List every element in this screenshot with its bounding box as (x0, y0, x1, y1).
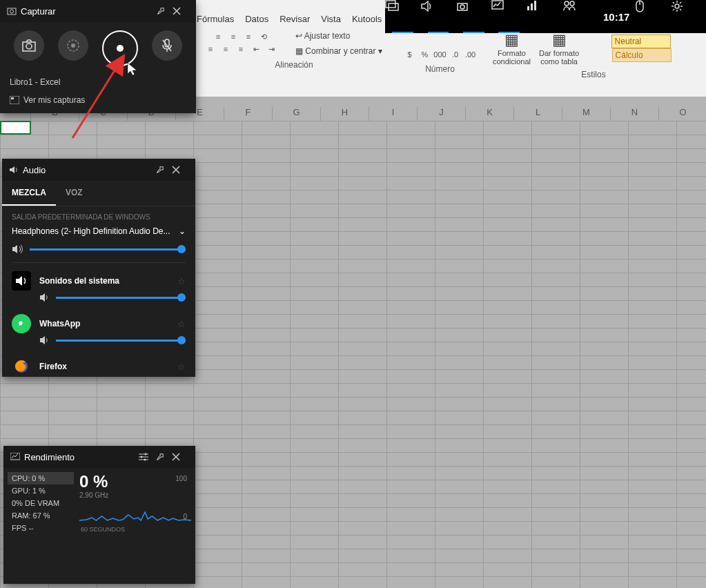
perf-close-icon[interactable] (172, 453, 188, 461)
svg-point-12 (675, 4, 679, 8)
perf-settings-icon[interactable] (139, 453, 155, 461)
styles-label: Estilos (490, 70, 697, 79)
svg-rect-13 (8, 8, 16, 14)
cpu-row[interactable]: CPU: 0 % (8, 472, 74, 484)
speaker-small-icon (9, 165, 19, 175)
svg-point-18 (71, 43, 75, 48)
clock: 10:17 (598, 11, 635, 23)
wrap-text-button[interactable]: ↩ Ajustar texto (295, 31, 382, 41)
align-top-icon[interactable]: ≡ (212, 31, 224, 42)
system-sounds-icon (12, 271, 31, 291)
record-button[interactable] (102, 30, 138, 66)
col-L[interactable]: L (514, 107, 562, 121)
performance-icon[interactable] (491, 0, 527, 33)
graph-max-label: 100 (175, 475, 187, 482)
currency-icon[interactable]: $ (404, 49, 416, 60)
star-icon[interactable]: ☆ (177, 362, 186, 372)
col-M[interactable]: M (562, 107, 611, 121)
tab-mezcla[interactable]: MEZCLA (2, 181, 56, 206)
star-icon[interactable]: ☆ (177, 276, 186, 286)
indent-dec-icon[interactable]: ⇤ (250, 43, 262, 55)
styles-group: ▦ Formato condicional ▦ Dar formato como… (490, 31, 697, 79)
gamebar-toolbar: 10:17 (385, 0, 706, 33)
align-bottom-icon[interactable]: ≡ (242, 31, 255, 42)
svg-point-9 (570, 1, 574, 6)
chart-icon[interactable] (527, 0, 562, 33)
output-section-label: SALIDA PREDETERMINADA DE WINDOWS (2, 206, 195, 224)
col-I[interactable]: I (369, 107, 418, 121)
dec-dec-icon[interactable]: .00 (464, 49, 477, 60)
format-table-button[interactable]: ▦ Dar formato como tabla (539, 31, 579, 66)
style-calculo[interactable]: Cálculo (612, 48, 671, 62)
col-J[interactable]: J (418, 107, 466, 121)
align-right-icon[interactable]: ≡ (235, 43, 247, 55)
svg-rect-5 (527, 6, 529, 10)
tab-revisar[interactable]: Revisar (280, 14, 310, 24)
app-name-whatsapp: WhatsApp (39, 319, 169, 329)
mic-mute-button[interactable] (152, 30, 182, 61)
thousands-icon[interactable]: 000 (434, 49, 447, 60)
star-icon[interactable]: ☆ (177, 319, 186, 329)
dec-inc-icon[interactable]: .0 (449, 49, 462, 60)
number-group: $ % 000 .0 .00 Número (393, 31, 487, 74)
style-neutral[interactable]: Neutral (611, 35, 671, 48)
merge-center-button[interactable]: ▦ Combinar y centrar ▾ (295, 46, 382, 56)
svg-rect-1 (389, 3, 398, 10)
whatsapp-volume-slider[interactable] (56, 340, 186, 342)
tab-voz[interactable]: VOZ (56, 181, 92, 206)
tab-datos[interactable]: Datos (245, 14, 268, 24)
screenshot-button[interactable] (14, 30, 44, 61)
performance-panel: Rendimiento CPU: 0 % GPU: 1 % 0% DE VRAM… (3, 446, 195, 584)
col-O[interactable]: O (659, 107, 706, 121)
close-icon[interactable] (173, 7, 189, 15)
tab-vista[interactable]: Vista (321, 14, 341, 24)
vram-row[interactable]: 0% DE VRAM (8, 497, 74, 509)
mouse-icon[interactable] (635, 0, 670, 33)
indent-inc-icon[interactable]: ⇥ (265, 43, 277, 55)
col-F[interactable]: F (224, 107, 273, 121)
volume-icon (12, 244, 23, 254)
col-G[interactable]: G (273, 107, 321, 121)
conditional-format-button[interactable]: ▦ Formato condicional (493, 31, 531, 66)
replay-button[interactable] (58, 30, 88, 61)
gpu-row[interactable]: GPU: 1 % (8, 484, 74, 497)
fps-row[interactable]: FPS -- (8, 522, 74, 534)
volume-small-icon (39, 336, 49, 344)
col-K[interactable]: K (466, 107, 514, 121)
cpu-graph (79, 487, 191, 522)
audio-title: Audio (23, 165, 155, 175)
pin-icon[interactable] (156, 6, 173, 16)
col-H[interactable]: H (321, 107, 369, 121)
svg-point-14 (10, 10, 14, 13)
camera-small-icon (7, 6, 17, 16)
audio-close-icon[interactable] (172, 166, 188, 174)
display-icon[interactable] (385, 0, 420, 33)
settings-icon[interactable] (671, 0, 706, 33)
tab-kutools[interactable]: Kutools (352, 14, 382, 24)
cursor-icon (127, 62, 138, 76)
ram-row[interactable]: RAM: 67 % (8, 509, 74, 522)
gallery-icon (10, 96, 19, 104)
view-captures-link[interactable]: Ver mis capturas (0, 90, 196, 110)
perf-pin-icon[interactable] (155, 452, 172, 462)
audio-pin-icon[interactable] (155, 165, 172, 175)
align-left-icon[interactable]: ≡ (204, 43, 217, 55)
capture-icon[interactable] (456, 0, 491, 33)
alignment-label: Alineación (204, 60, 384, 70)
audio-icon[interactable] (420, 0, 455, 33)
col-N[interactable]: N (611, 107, 659, 121)
selected-cell[interactable] (0, 121, 31, 135)
output-device-select[interactable]: Headphones (2- High Definition Audio De.… (2, 224, 195, 239)
percent-icon[interactable]: % (419, 49, 431, 60)
align-center-icon[interactable]: ≡ (219, 43, 232, 55)
app-name-system: Sonidos del sistema (39, 276, 169, 286)
tab-formulas[interactable]: Fórmulas (197, 14, 234, 24)
social-icon[interactable] (562, 0, 598, 33)
master-volume-slider[interactable] (30, 248, 186, 251)
align-middle-icon[interactable]: ≡ (227, 31, 239, 42)
orientation-icon[interactable]: ⟲ (257, 31, 270, 42)
svg-rect-21 (10, 96, 19, 104)
svg-point-32 (144, 459, 146, 461)
system-volume-slider[interactable] (56, 297, 186, 299)
firefox-icon (12, 357, 31, 376)
